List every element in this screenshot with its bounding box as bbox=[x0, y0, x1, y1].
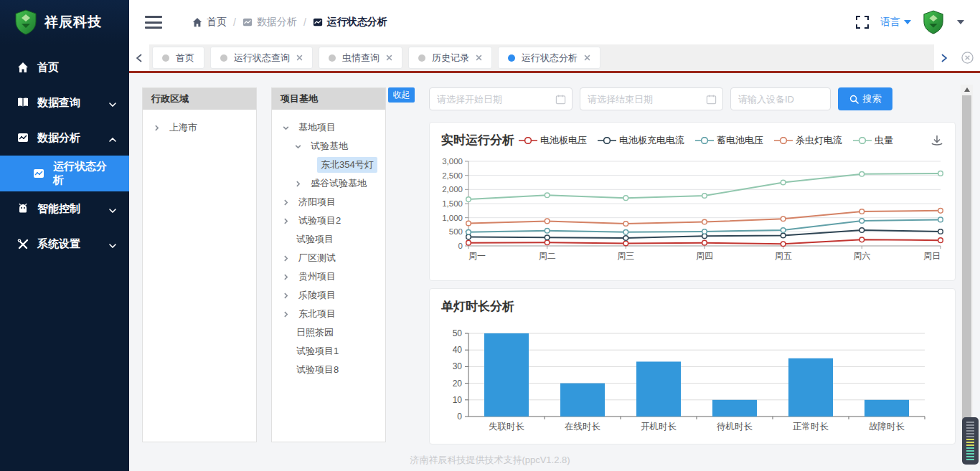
footer-text: 济南祥辰科技提供技术支持(ppcV1.2.8) bbox=[0, 454, 980, 467]
chevron-right-icon[interactable] bbox=[294, 180, 302, 188]
sidebar-item-system-settings[interactable]: 系统设置 bbox=[0, 227, 129, 262]
sidebar-item-data-analysis[interactable]: 数据分析 bbox=[0, 120, 129, 156]
legend-item[interactable]: 电池板充电电流 bbox=[598, 134, 684, 147]
tree-item[interactable]: 盛谷试验基地 bbox=[275, 174, 382, 193]
tab-close-icon[interactable] bbox=[296, 54, 303, 61]
svg-text:周二: 周二 bbox=[539, 251, 556, 261]
tab-item[interactable]: 运行状态分析 bbox=[498, 47, 600, 69]
tabs-scroll-left-button[interactable] bbox=[129, 44, 149, 71]
svg-text:周五: 周五 bbox=[775, 251, 792, 261]
tab-close-icon[interactable] bbox=[386, 54, 392, 61]
avatar[interactable] bbox=[923, 10, 946, 34]
chevron-down-icon[interactable] bbox=[294, 143, 302, 151]
tree-item[interactable]: 乐陵项目 bbox=[275, 286, 382, 305]
tab-item[interactable]: 运行状态查询 bbox=[210, 47, 313, 69]
tree-item[interactable]: 贵州项目 bbox=[275, 267, 382, 286]
tree-item[interactable]: 试验项目1 bbox=[275, 342, 382, 361]
sidebar-item-label: 首页 bbox=[37, 61, 59, 75]
legend-marker-icon bbox=[519, 137, 537, 144]
floating-meter-widget[interactable] bbox=[962, 417, 979, 467]
chart-icon bbox=[17, 132, 29, 144]
hamburger-menu-icon[interactable] bbox=[145, 16, 162, 29]
svg-text:失联时长: 失联时长 bbox=[489, 422, 525, 432]
start-date-field bbox=[429, 87, 573, 110]
download-icon[interactable] bbox=[930, 134, 943, 147]
svg-text:2,500: 2,500 bbox=[442, 171, 463, 180]
tab-status-dot bbox=[329, 54, 336, 62]
tab-close-icon[interactable] bbox=[476, 54, 482, 61]
breadcrumb-data-analysis[interactable]: 数据分析 bbox=[242, 16, 297, 29]
close-all-tabs-button[interactable] bbox=[954, 44, 980, 71]
svg-text:20: 20 bbox=[453, 379, 463, 389]
tree-item[interactable]: 试验项目 bbox=[275, 230, 382, 249]
device-id-input[interactable] bbox=[731, 88, 830, 110]
tab-label: 运行状态查询 bbox=[234, 52, 290, 65]
chevron-right-icon[interactable] bbox=[282, 310, 290, 318]
tab-item[interactable]: 虫情查询 bbox=[319, 47, 402, 69]
collapse-panels-button[interactable]: 收起 bbox=[388, 87, 415, 103]
brand-name: 祥辰科技 bbox=[44, 13, 102, 32]
tree-item-label: 试验项目8 bbox=[293, 362, 342, 378]
tree-item[interactable]: 济阳项目 bbox=[275, 193, 382, 211]
tree-item[interactable]: 基地项目 bbox=[275, 118, 382, 137]
scrollbar-thumb[interactable] bbox=[962, 95, 971, 438]
tree-item[interactable]: 日照茶园 bbox=[275, 323, 382, 342]
tree-item[interactable]: 试验项目2 bbox=[275, 211, 382, 230]
chevron-right-icon[interactable] bbox=[282, 273, 290, 281]
legend-item[interactable]: 杀虫灯电流 bbox=[774, 134, 842, 147]
chevron-down-icon[interactable] bbox=[282, 124, 290, 132]
tab-close-icon[interactable] bbox=[584, 54, 590, 61]
vertical-scrollbar[interactable] bbox=[961, 85, 973, 459]
chevron-right-icon[interactable] bbox=[282, 217, 290, 225]
sidebar-item-smart-control[interactable]: 智能控制 bbox=[0, 191, 129, 227]
svg-text:0: 0 bbox=[458, 242, 463, 250]
tree-item[interactable]: 东北项目 bbox=[275, 305, 382, 323]
tab-status-dot bbox=[418, 54, 425, 62]
start-date-input[interactable] bbox=[430, 88, 572, 110]
tab-item[interactable]: 首页 bbox=[152, 47, 204, 69]
tree-item[interactable]: 厂区测试 bbox=[275, 249, 382, 267]
svg-text:3,000: 3,000 bbox=[442, 157, 463, 166]
search-button[interactable]: 搜索 bbox=[838, 87, 892, 110]
topbar-actions: 语言 bbox=[856, 10, 964, 34]
bar bbox=[712, 400, 757, 417]
legend-item[interactable]: 电池板电压 bbox=[519, 134, 587, 147]
tools-icon bbox=[17, 238, 29, 250]
tab-status-dot bbox=[508, 54, 515, 62]
tree-item-label: 厂区测试 bbox=[295, 250, 339, 266]
chevron-up-icon bbox=[109, 132, 116, 144]
project-panel-title: 项目基地 bbox=[272, 88, 385, 110]
sidebar-item-home[interactable]: 首页 bbox=[0, 50, 129, 85]
breadcrumb-separator: / bbox=[233, 16, 236, 28]
sidebar-item-label: 智能控制 bbox=[37, 202, 80, 216]
sidebar-item-run-status-analysis[interactable]: 运行状态分析 bbox=[0, 156, 129, 191]
svg-text:500: 500 bbox=[449, 227, 463, 236]
robot-icon bbox=[17, 203, 29, 215]
tree-item[interactable]: 东北354号灯 bbox=[275, 156, 382, 174]
tree-item[interactable]: 试验项目8 bbox=[275, 361, 382, 379]
svg-text:正常时长: 正常时长 bbox=[793, 422, 829, 432]
end-date-input[interactable] bbox=[580, 88, 722, 110]
chevron-right-icon[interactable] bbox=[282, 199, 290, 206]
tab-bar: 首页运行状态查询虫情查询历史记录运行状态分析 bbox=[129, 44, 980, 73]
breadcrumb-home[interactable]: 首页 bbox=[192, 16, 227, 29]
svg-text:2,000: 2,000 bbox=[442, 185, 463, 194]
legend-item[interactable]: 蓄电池电压 bbox=[695, 134, 763, 147]
tree-item[interactable]: 上海市 bbox=[146, 118, 253, 137]
fullscreen-icon[interactable] bbox=[856, 16, 869, 29]
user-caret-down-icon[interactable] bbox=[957, 20, 964, 24]
chevron-right-icon[interactable] bbox=[282, 254, 290, 262]
sidebar-item-data-query[interactable]: 数据查询 bbox=[0, 85, 129, 120]
language-dropdown[interactable]: 语言 bbox=[880, 16, 911, 29]
scrollbar-up-arrow[interactable] bbox=[961, 85, 973, 95]
tree-item-label: 试验项目 bbox=[293, 232, 337, 247]
tabs-scroll-right-button[interactable] bbox=[934, 44, 954, 71]
chevron-right-icon[interactable] bbox=[153, 124, 161, 132]
tab-item[interactable]: 历史记录 bbox=[408, 47, 492, 69]
duration-card-title: 单灯时长分析 bbox=[441, 298, 514, 315]
chevron-right-icon[interactable] bbox=[282, 292, 290, 300]
legend-item[interactable]: 虫量 bbox=[853, 134, 893, 147]
tree-item[interactable]: 试验基地 bbox=[275, 137, 382, 156]
tab-label: 历史记录 bbox=[432, 52, 469, 65]
calendar-icon bbox=[706, 94, 717, 105]
